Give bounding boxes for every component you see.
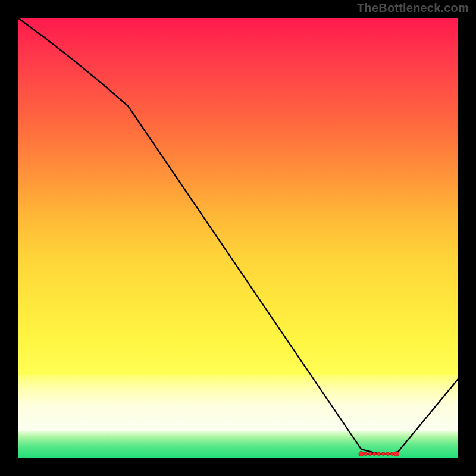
watermark-text: TheBottleneck.com bbox=[357, 1, 469, 15]
svg-point-5 bbox=[381, 452, 385, 456]
plot-area bbox=[18, 18, 458, 458]
svg-point-1 bbox=[364, 452, 368, 456]
chart-frame: TheBottleneck.com bbox=[0, 0, 476, 476]
svg-point-0 bbox=[359, 451, 364, 456]
svg-point-6 bbox=[386, 452, 390, 456]
bottleneck-curve bbox=[18, 18, 458, 454]
svg-point-2 bbox=[368, 452, 372, 456]
curve-svg bbox=[18, 18, 458, 458]
optimal-zone-dots bbox=[359, 451, 399, 456]
svg-point-3 bbox=[373, 452, 377, 456]
svg-point-4 bbox=[377, 452, 381, 456]
svg-point-8 bbox=[394, 451, 399, 456]
svg-point-7 bbox=[390, 452, 394, 456]
